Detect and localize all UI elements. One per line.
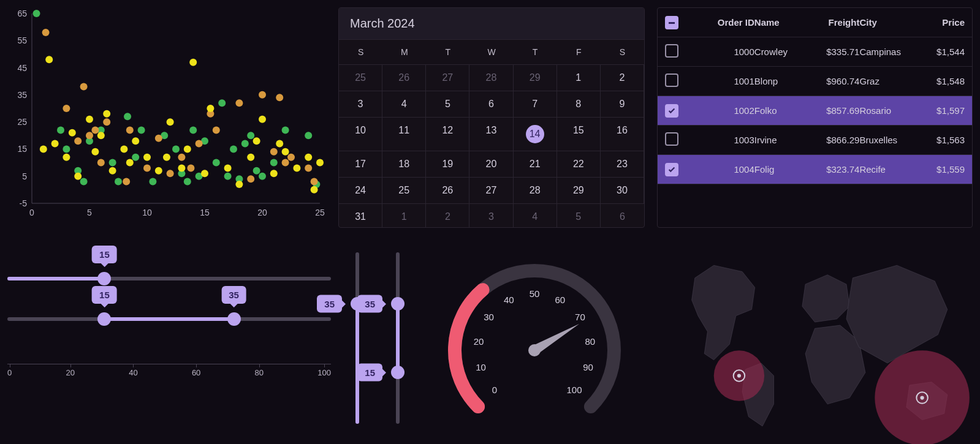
calendar-day[interactable]: 5 bbox=[557, 204, 601, 228]
slider-vertical-single[interactable]: 35 bbox=[355, 252, 359, 424]
col-name[interactable]: Name bbox=[754, 17, 807, 28]
row-checkbox[interactable] bbox=[665, 73, 678, 87]
cell-name: Crowley bbox=[754, 47, 807, 57]
svg-point-67 bbox=[235, 99, 243, 107]
cell-city: Bruxelles bbox=[859, 135, 912, 145]
calendar-day[interactable]: 18 bbox=[382, 151, 426, 178]
calendar-day[interactable]: 26 bbox=[426, 178, 469, 204]
calendar-day[interactable]: 8 bbox=[557, 91, 601, 118]
svg-point-100 bbox=[235, 181, 243, 188]
svg-point-41 bbox=[241, 140, 249, 148]
calendar-day[interactable]: 29 bbox=[514, 65, 557, 91]
svg-text:35: 35 bbox=[17, 90, 27, 100]
calendar-day[interactable]: 15 bbox=[557, 118, 601, 151]
slider-thumb-low[interactable]: 15 bbox=[97, 312, 111, 326]
svg-point-93 bbox=[167, 118, 174, 126]
row-checkbox[interactable] bbox=[665, 163, 678, 176]
svg-point-96 bbox=[189, 59, 197, 66]
table-row[interactable]: 1002 Folko $857.69 Rosario $1,597 bbox=[658, 96, 972, 126]
slider-range[interactable]: 15 35 bbox=[7, 317, 331, 321]
gauge: 0102030405060708090100 bbox=[424, 240, 645, 444]
select-all-checkbox[interactable] bbox=[665, 16, 678, 29]
calendar-day[interactable]: 11 bbox=[382, 118, 426, 151]
svg-point-72 bbox=[282, 159, 289, 167]
calendar-day[interactable]: 5 bbox=[426, 91, 469, 118]
calendar-day[interactable]: 16 bbox=[601, 118, 644, 151]
svg-point-26 bbox=[132, 154, 139, 161]
calendar-day[interactable]: 24 bbox=[339, 178, 382, 204]
svg-point-28 bbox=[149, 178, 156, 186]
calendar-day[interactable]: 3 bbox=[339, 91, 382, 118]
calendar-day[interactable]: 4 bbox=[514, 204, 557, 228]
calendar-day[interactable]: 12 bbox=[426, 118, 469, 151]
slider-vertical-range[interactable]: 35 15 bbox=[396, 252, 400, 424]
svg-point-91 bbox=[155, 167, 162, 175]
col-price[interactable]: Price bbox=[912, 17, 965, 28]
slider-thumb-low[interactable]: 15 bbox=[391, 366, 405, 379]
col-freight[interactable]: Freight bbox=[807, 17, 860, 28]
cell-freight: $866.29 bbox=[807, 135, 860, 145]
svg-point-51 bbox=[74, 137, 82, 145]
slider-thumb[interactable]: 15 bbox=[97, 272, 111, 285]
cell-name: Folig bbox=[754, 164, 807, 175]
calendar-day[interactable]: 4 bbox=[382, 91, 426, 118]
slider-single[interactable]: 15 bbox=[7, 277, 331, 280]
calendar-day[interactable]: 26 bbox=[382, 65, 426, 91]
slider-thumb-high[interactable]: 35 bbox=[227, 312, 241, 326]
calendar-day[interactable]: 3 bbox=[469, 204, 513, 228]
calendar-day[interactable]: 25 bbox=[382, 178, 426, 204]
svg-point-16 bbox=[33, 10, 40, 17]
world-map[interactable] bbox=[657, 240, 973, 444]
calendar-day[interactable]: 20 bbox=[469, 151, 513, 178]
svg-point-124 bbox=[737, 374, 741, 377]
calendar-day[interactable]: 6 bbox=[469, 91, 513, 118]
cell-order: 1001 bbox=[702, 76, 754, 86]
calendar-day[interactable]: 2 bbox=[426, 204, 469, 228]
slider-tooltip: 35 bbox=[317, 295, 342, 313]
svg-point-42 bbox=[247, 132, 254, 139]
table-row[interactable]: 1003 Irvine $866.29 Bruxelles $1,563 bbox=[658, 126, 972, 155]
row-checkbox[interactable] bbox=[665, 104, 678, 118]
svg-point-90 bbox=[143, 154, 151, 161]
slider-thumb-high[interactable]: 35 bbox=[391, 297, 405, 310]
svg-point-27 bbox=[138, 126, 145, 134]
calendar-day[interactable]: 29 bbox=[557, 178, 601, 204]
calendar-day[interactable]: 7 bbox=[514, 91, 557, 118]
slider-scale: 020406080100 bbox=[7, 364, 331, 377]
calendar-day[interactable]: 2 bbox=[601, 65, 644, 91]
calendar-day[interactable]: 27 bbox=[469, 178, 513, 204]
calendar-day[interactable]: 1 bbox=[382, 204, 426, 228]
svg-point-18 bbox=[63, 145, 70, 152]
calendar-day[interactable]: 19 bbox=[426, 151, 469, 178]
calendar-day[interactable]: 25 bbox=[339, 65, 382, 91]
calendar-day[interactable]: 31 bbox=[339, 204, 382, 228]
calendar-day[interactable]: 9 bbox=[601, 91, 644, 118]
table-row[interactable]: 1004 Folig $323.74 Recife $1,559 bbox=[658, 155, 972, 184]
calendar-dow: S bbox=[339, 40, 382, 65]
calendar-day[interactable]: 28 bbox=[469, 65, 513, 91]
svg-point-62 bbox=[178, 154, 185, 161]
row-checkbox[interactable] bbox=[665, 132, 678, 146]
calendar-day[interactable]: 28 bbox=[514, 178, 557, 204]
calendar-day[interactable]: 27 bbox=[426, 65, 469, 91]
col-order-id[interactable]: Order ID bbox=[702, 17, 754, 28]
calendar-day[interactable]: 17 bbox=[339, 151, 382, 178]
calendar-day[interactable]: 13 bbox=[469, 118, 513, 151]
col-city[interactable]: City bbox=[859, 17, 912, 28]
slider-tooltip: 35 bbox=[357, 295, 382, 313]
calendar-day[interactable]: 21 bbox=[514, 151, 557, 178]
calendar-dow: M bbox=[382, 40, 426, 65]
calendar-day[interactable]: 30 bbox=[601, 178, 644, 204]
svg-text:-5: -5 bbox=[20, 198, 28, 208]
calendar-day[interactable]: 22 bbox=[557, 151, 601, 178]
row-checkbox[interactable] bbox=[665, 44, 678, 58]
cell-freight: $857.69 bbox=[807, 105, 860, 116]
calendar-day[interactable]: 14 bbox=[514, 118, 557, 151]
table-row[interactable]: 1001 Blonp $960.74 Graz $1,548 bbox=[658, 67, 972, 96]
svg-point-107 bbox=[293, 164, 300, 171]
calendar-day[interactable]: 23 bbox=[601, 151, 644, 178]
calendar-day[interactable]: 10 bbox=[339, 118, 382, 151]
calendar-day[interactable]: 6 bbox=[601, 204, 644, 228]
table-row[interactable]: 1000 Crowley $335.71 Campinas $1,544 bbox=[658, 37, 972, 67]
calendar-day[interactable]: 1 bbox=[557, 65, 601, 91]
